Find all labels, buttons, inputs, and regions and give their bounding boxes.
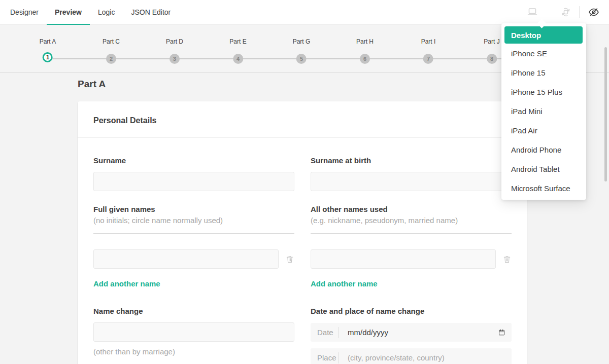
tab-label: Designer <box>10 8 39 16</box>
progress-step[interactable]: Part I 7 <box>421 25 436 64</box>
given-name-input[interactable] <box>93 249 279 269</box>
progress-step-label: Part A <box>40 38 56 45</box>
device-menu-item[interactable]: iPhone SE <box>501 44 586 63</box>
surname-input[interactable] <box>93 172 294 191</box>
date-picker-button[interactable] <box>498 329 505 336</box>
other-names-description: (e.g. nickname, pseudonym, married name) <box>311 216 512 225</box>
device-menu-item-label: iPhone SE <box>511 49 547 58</box>
add-other-name-cell: Add another name <box>311 269 512 288</box>
progress-step[interactable]: Part A 1 <box>40 25 56 62</box>
date-place-question: Date and place of name change Date mm/dd… <box>311 288 512 364</box>
progress-step-label: Part G <box>293 38 311 45</box>
tab-label: Preview <box>55 8 82 16</box>
show-invisible-toggle[interactable] <box>586 4 602 20</box>
personal-details-panel: Personal Details Surname Surname at birt… <box>78 101 527 364</box>
remove-given-name-button[interactable] <box>285 254 294 264</box>
name-change-input[interactable] <box>93 322 294 342</box>
vertical-scrollbar-thumb[interactable] <box>604 47 607 181</box>
place-item-label: Place <box>311 353 339 362</box>
progress-step-label: Part I <box>421 38 436 45</box>
progress-step[interactable]: Part G 5 <box>293 25 311 64</box>
tab[interactable]: Preview <box>47 0 90 24</box>
progress-step-number: 6 <box>360 54 370 64</box>
toolbar-actions <box>524 0 609 24</box>
device-menu-item-label: iPhone 15 <box>511 68 546 77</box>
date-place-label: Date and place of name change <box>311 307 512 315</box>
tab[interactable]: JSON Editor <box>123 0 179 24</box>
device-menu-item-label: Android Phone <box>511 145 561 154</box>
surname-at-birth-question: Surname at birth <box>311 138 512 191</box>
progress-step[interactable]: Part E 4 <box>229 25 246 64</box>
device-menu-item-label: iPad Mini <box>511 107 543 116</box>
progress-step[interactable]: Part H 6 <box>356 25 374 64</box>
tab-label: Logic <box>98 8 115 16</box>
place-input-placeholder[interactable]: (city, province/state, country) <box>348 353 445 362</box>
tab[interactable]: Logic <box>90 0 123 24</box>
device-selector-button[interactable] <box>524 4 540 20</box>
given-name-row <box>93 249 294 269</box>
add-given-name-cell: Add another name <box>93 269 294 288</box>
progress-step-label: Part H <box>356 38 374 45</box>
device-menu-item[interactable]: iPad Mini <box>501 101 586 121</box>
progress-step-number: 4 <box>233 54 243 64</box>
name-change-description: (other than by marriage) <box>93 347 294 356</box>
device-menu-item-label: Desktop <box>511 31 541 40</box>
date-item-label: Date <box>311 328 339 337</box>
date-field-row[interactable]: Date mm/dd/yyyy <box>311 323 512 342</box>
device-menu-item[interactable]: iPhone 15 <box>501 63 586 82</box>
creator-toolbar: Designer Preview Logic JSON Editor <box>0 0 609 25</box>
progress-step-number: 8 <box>487 54 497 64</box>
item-divider <box>339 327 339 338</box>
progress-step-number: 5 <box>296 54 307 64</box>
surname-at-birth-input[interactable] <box>311 172 512 191</box>
full-given-names-header: Full given names (no initials; circle na… <box>93 191 294 234</box>
survey-creator-app: Designer Preview Logic JSON Editor <box>0 0 609 364</box>
other-names-header: All other names used (e.g. nickname, pse… <box>311 191 512 234</box>
other-names-label: All other names used <box>311 205 512 213</box>
place-field-row[interactable]: Place (city, province/state, country) <box>311 348 512 364</box>
eye-slash-icon <box>588 6 600 18</box>
surname-question: Surname <box>93 138 294 191</box>
device-laptop-icon <box>526 6 538 18</box>
item-divider <box>339 352 339 363</box>
progress-step-number: 7 <box>423 54 433 64</box>
progress-step-number: 2 <box>106 54 116 64</box>
device-menu-item[interactable]: iPhone 15 Plus <box>501 82 586 101</box>
device-menu-item-label: iPhone 15 Plus <box>511 88 562 96</box>
device-menu-item[interactable]: Desktop <box>504 26 583 44</box>
section-separator <box>93 233 294 234</box>
creator-tabs: Designer Preview Logic JSON Editor <box>2 0 179 24</box>
device-menu-item-label: Microsoft Surface <box>511 184 570 193</box>
device-menu-item[interactable]: Microsoft Surface <box>501 178 586 198</box>
progress-step[interactable]: Part D 3 <box>166 25 183 64</box>
progress-step-label: Part E <box>229 38 246 45</box>
calendar-icon <box>498 329 505 336</box>
progress-step-label: Part C <box>103 38 120 45</box>
name-change-question: Name change (other than by marriage) <box>93 288 294 364</box>
device-menu-item[interactable]: iPad Air <box>501 121 586 140</box>
device-menu-item[interactable]: Android Tablet <box>501 159 586 178</box>
device-menu-item[interactable]: Android Phone <box>501 140 586 159</box>
progress-step[interactable]: Part C 2 <box>103 25 120 64</box>
date-input-value[interactable]: mm/dd/yyyy <box>348 328 388 337</box>
surname-at-birth-label: Surname at birth <box>311 156 512 165</box>
add-other-name-link[interactable]: Add another name <box>311 279 378 288</box>
progress-step-number: 1 <box>43 52 53 62</box>
panel-body: Surname Surname at birth Full given name… <box>78 138 527 364</box>
panel-title: Personal Details <box>78 101 527 138</box>
add-given-name-link[interactable]: Add another name <box>93 279 160 288</box>
tab[interactable]: Designer <box>2 0 47 24</box>
progress-step-label: Part J <box>484 38 499 45</box>
section-separator <box>311 233 512 234</box>
tab-label: JSON Editor <box>131 8 171 16</box>
device-selector-menu: Desktop iPhone SE iPhone 15 iPhone 15 Pl… <box>501 23 586 200</box>
toolbar-divider <box>579 6 580 18</box>
rotate-device-button[interactable] <box>558 4 574 20</box>
page-title: Part A <box>78 79 106 90</box>
trash-icon <box>502 254 512 264</box>
surname-label: Surname <box>93 156 294 165</box>
progress-step[interactable]: Part J 8 <box>484 25 499 64</box>
remove-other-name-button[interactable] <box>502 254 512 264</box>
rotate-device-icon <box>560 6 572 18</box>
other-name-input[interactable] <box>311 249 496 269</box>
